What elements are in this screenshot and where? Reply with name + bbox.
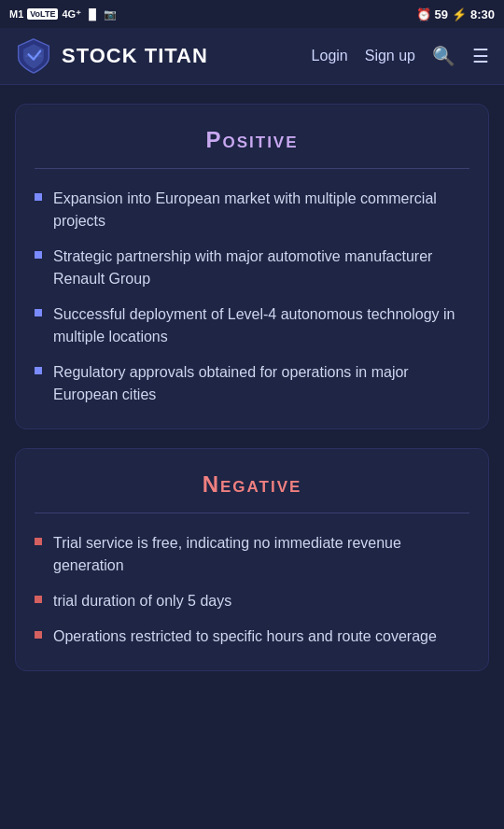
status-left: M1 VoLTE 4G⁺ ▐▌ 📷 [9,8,117,21]
list-item: Strategic partnership with major automot… [35,246,469,290]
negative-title: Negative [35,471,469,498]
negative-item-1: Trial service is free, indicating no imm… [53,532,469,577]
bullet-icon [35,367,42,374]
login-link[interactable]: Login [312,48,348,64]
list-item: Regulatory approvals obtained for operat… [35,361,469,406]
positive-title: Positive [35,127,469,153]
bullet-icon [35,596,42,603]
negative-item-2: trial duration of only 5 days [53,590,231,612]
list-item: trial duration of only 5 days [35,590,469,612]
bullet-icon [35,631,42,639]
main-content: Positive Expansion into European market … [0,85,504,690]
nav-links: Login Sign up 🔍 ☰ [312,45,489,67]
logo-icon [15,37,52,75]
menu-icon[interactable]: ☰ [472,45,489,67]
bullet-icon [35,538,42,545]
instagram-icon: 📷 [104,8,117,21]
list-item: Expansion into European market with mult… [35,188,469,232]
volte-badge: VoLTE [27,8,58,20]
logo-area: STOCK TITAN [15,37,208,75]
time-text: 8:30 [470,7,495,21]
status-bar: M1 VoLTE 4G⁺ ▐▌ 📷 ⏰ 59 ⚡ 8:30 [0,0,504,28]
alarm-icon: ⏰ [416,7,431,21]
status-right: ⏰ 59 ⚡ 8:30 [416,7,496,21]
list-item: Trial service is free, indicating no imm… [35,532,469,577]
header: STOCK TITAN Login Sign up 🔍 ☰ [0,28,504,85]
list-item: Operations restricted to specific hours … [35,625,469,648]
search-icon[interactable]: 🔍 [432,45,455,67]
bullet-icon [35,309,42,316]
logo-text: STOCK TITAN [62,44,208,68]
positive-card: Positive Expansion into European market … [15,104,489,429]
positive-item-2: Strategic partnership with major automot… [53,246,469,290]
positive-item-3: Successful deployment of Level-4 autonom… [53,303,469,348]
negative-item-3: Operations restricted to specific hours … [53,625,437,648]
battery-text: 59 [435,7,448,21]
positive-divider [35,168,469,169]
list-item: Successful deployment of Level-4 autonom… [35,303,469,348]
network-text: 4G⁺ [62,8,81,21]
negative-divider [35,513,469,513]
charging-icon: ⚡ [452,7,467,21]
negative-list: Trial service is free, indicating no imm… [35,532,469,648]
positive-item-1: Expansion into European market with mult… [53,188,469,232]
negative-card: Negative Trial service is free, indicati… [15,448,489,671]
bullet-icon [35,193,42,201]
bullet-icon [35,251,42,259]
signup-link[interactable]: Sign up [365,48,415,64]
positive-item-4: Regulatory approvals obtained for operat… [53,361,469,406]
carrier-text: M1 [9,8,23,20]
signal-icon: ▐▌ [85,8,100,20]
positive-list: Expansion into European market with mult… [35,188,469,406]
